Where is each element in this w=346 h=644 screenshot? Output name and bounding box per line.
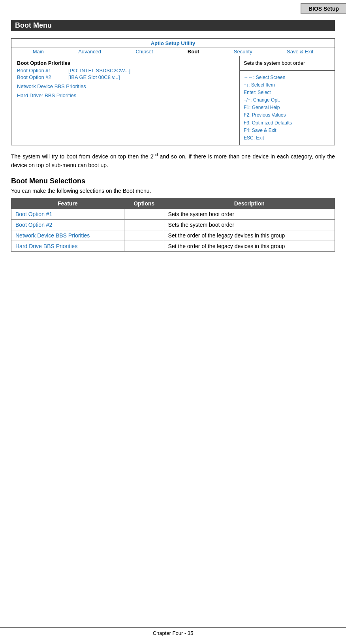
aptio-key-help: →←: Select Screen ↑↓: Select Item Enter:… [240,71,335,145]
selections-heading: Boot Menu Selections [11,177,335,185]
aptio-help-text: Sets the system boot order [240,56,335,71]
nav-boot[interactable]: Boot [188,49,199,55]
nav-advanced[interactable]: Advanced [78,49,101,55]
options-boot-option-1 [124,209,164,219]
nav-main[interactable]: Main [33,49,44,55]
description-network-bbs: Set the order of the legacy devices in t… [164,230,335,241]
aptio-left-panel: Boot Option Priorities Boot Option #1 [P… [11,56,240,145]
options-boot-option-2 [124,219,164,230]
table-row: Network Device BBS Priorities Set the or… [11,230,335,241]
aptio-title: Aptio Setup Utility [11,39,335,47]
key-select-screen: →←: Select Screen [244,74,331,81]
page-footer: Chapter Four - 35 [0,627,346,636]
nav-save-exit[interactable]: Save & Exit [287,49,313,55]
feature-network-bbs: Network Device BBS Priorities [11,230,124,241]
key-change-opt: –/+: Change Opt. [244,96,331,104]
boot-option-priorities-label: Boot Option Priorities [17,60,234,66]
feature-hard-drive-bbs: Hard Drive BBS Priorities [11,241,124,251]
hard-driver-bbs-link[interactable]: Hard Driver BBS Priorities [17,92,234,98]
aptio-nav-row: Main Advanced Chipset Boot Security Save… [11,47,335,56]
key-previous-values: F2: Previous Values [244,111,331,119]
aptio-setup-box: Aptio Setup Utility Main Advanced Chipse… [11,38,335,145]
feature-boot-option-1: Boot Option #1 [11,209,124,219]
table-header-description: Description [164,198,335,209]
aptio-right-panel: Sets the system boot order →←: Select Sc… [240,56,335,145]
table-row: Boot Option #1 Sets the system boot orde… [11,209,335,219]
boot-option-1-row[interactable]: Boot Option #1 [PO: INTEL SSDSC2CW...] [17,68,234,73]
nav-chipset[interactable]: Chipset [135,49,153,55]
key-general-help: F1: General Help [244,104,331,111]
network-device-bbs-link[interactable]: Network Device BBS Priorities [17,83,234,89]
options-hard-drive-bbs [124,241,164,251]
selections-table: Feature Options Description Boot Option … [11,198,335,252]
nav-security[interactable]: Security [234,49,252,55]
aptio-body: Boot Option Priorities Boot Option #1 [P… [11,56,335,145]
table-header-options: Options [124,198,164,209]
bios-setup-tab: BIOS Setup [301,3,346,14]
description-boot-option-2: Sets the system boot order [164,219,335,230]
boot-option-2-value: [IBA GE Slot 00C8 v...] [68,74,120,80]
boot-option-1-label: Boot Option #1 [17,68,68,73]
feature-boot-option-2: Boot Option #2 [11,219,124,230]
options-network-bbs [124,230,164,241]
table-row: Hard Drive BBS Priorities Set the order … [11,241,335,251]
key-save-exit: F4: Save & Exit [244,127,331,134]
description-boot-option-1: Sets the system boot order [164,209,335,219]
key-enter-select: Enter: Select [244,89,331,96]
boot-option-2-label: Boot Option #2 [17,74,68,80]
description-paragraph: The system will try to boot from device … [11,152,335,169]
description-sup: nd [153,153,158,157]
boot-option-1-value: [PO: INTEL SSDSC2CW...] [68,68,130,73]
key-esc-exit: ESC: Exit [244,134,331,142]
description-hard-drive-bbs: Set the order of the legacy devices in t… [164,241,335,251]
key-select-item: ↑↓: Select Item [244,81,331,89]
boot-menu-heading: Boot Menu [11,20,335,31]
key-optimized-defaults: F3: Optimized Defaults [244,119,331,127]
table-row: Boot Option #2 Sets the system boot orde… [11,219,335,230]
description-text-before-sup: The system will try to boot from device … [11,153,153,160]
table-header-feature: Feature [11,198,124,209]
selections-intro: You can make the following selections on… [11,188,335,194]
boot-option-2-row[interactable]: Boot Option #2 [IBA GE Slot 00C8 v...] [17,74,234,80]
